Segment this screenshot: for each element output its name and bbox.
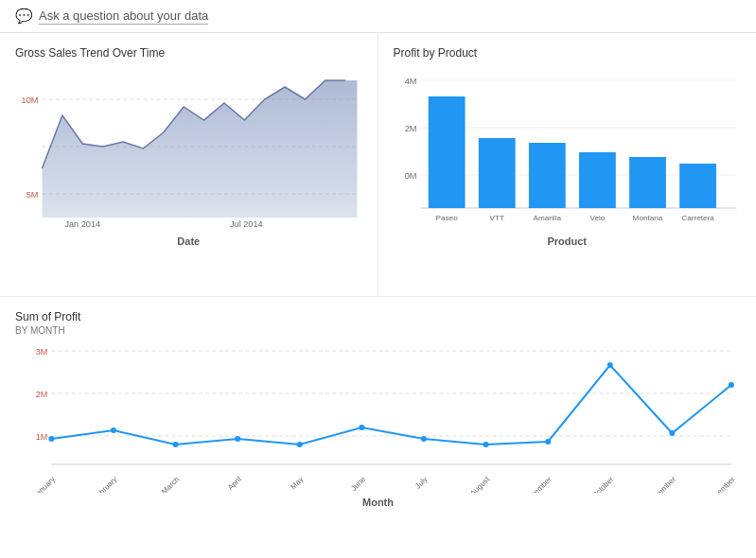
svg-point-37 xyxy=(235,436,240,442)
chat-icon: 💬 xyxy=(15,8,33,25)
gross-sales-x-label: Date xyxy=(15,235,362,247)
svg-point-41 xyxy=(483,442,489,447)
sum-profit-title: Sum of Profit xyxy=(15,310,741,323)
svg-text:March: March xyxy=(160,475,181,493)
top-bar[interactable]: 💬 Ask a question about your data xyxy=(0,0,756,33)
svg-text:November: November xyxy=(646,475,677,493)
sum-profit-chart: 3M 2M 1M January Februar xyxy=(15,341,741,493)
sum-profit-x-label: Month xyxy=(15,497,741,508)
svg-text:0M: 0M xyxy=(404,171,416,181)
svg-point-45 xyxy=(729,382,734,388)
sum-profit-panel: Sum of Profit BY MONTH 3M 2M 1M xyxy=(0,297,756,557)
svg-point-44 xyxy=(669,430,675,436)
svg-text:February: February xyxy=(91,475,118,493)
profit-product-title: Profit by Product xyxy=(394,46,742,60)
gross-sales-chart: 10M 5M Jan 2014 Jul 2014 xyxy=(15,61,362,232)
svg-rect-19 xyxy=(528,143,565,208)
svg-point-43 xyxy=(607,362,613,368)
ask-question-text[interactable]: Ask a question about your data xyxy=(39,9,208,25)
svg-rect-25 xyxy=(679,164,716,208)
svg-text:Montana: Montana xyxy=(632,214,662,222)
svg-text:2M: 2M xyxy=(404,124,416,133)
svg-text:3M: 3M xyxy=(36,347,48,357)
svg-marker-5 xyxy=(43,80,358,218)
svg-text:Paseo: Paseo xyxy=(435,214,458,222)
svg-text:Carretera: Carretera xyxy=(681,214,714,222)
profit-product-x-label: Product xyxy=(394,235,742,247)
svg-text:Jan 2014: Jan 2014 xyxy=(64,219,100,229)
svg-text:Velo: Velo xyxy=(589,214,605,222)
svg-text:4M: 4M xyxy=(404,77,416,86)
gross-sales-title: Gross Sales Trend Over Time xyxy=(15,46,362,60)
svg-rect-17 xyxy=(478,138,515,208)
svg-text:July: July xyxy=(413,475,430,490)
profit-product-chart: 4M 2M 0M Paseo VTT Amarilla Velo Montana xyxy=(394,61,742,232)
svg-text:January: January xyxy=(31,475,57,493)
svg-text:VTT: VTT xyxy=(489,214,503,222)
svg-point-35 xyxy=(111,427,116,433)
svg-text:June: June xyxy=(349,474,367,492)
gross-sales-panel: Gross Sales Trend Over Time 10M 5M xyxy=(0,33,378,297)
svg-point-38 xyxy=(297,442,303,447)
dashboard: Gross Sales Trend Over Time 10M 5M xyxy=(0,33,756,556)
svg-point-40 xyxy=(421,436,427,442)
svg-text:April: April xyxy=(226,475,243,492)
svg-rect-21 xyxy=(579,152,616,208)
svg-text:5M: 5M xyxy=(26,190,39,200)
sum-profit-subtitle: BY MONTH xyxy=(15,325,741,336)
svg-text:10M: 10M xyxy=(22,96,39,105)
svg-text:October: October xyxy=(590,475,616,493)
svg-point-39 xyxy=(359,425,364,430)
svg-point-42 xyxy=(545,439,551,445)
svg-point-34 xyxy=(48,436,54,442)
svg-text:December: December xyxy=(706,475,737,493)
svg-text:2M: 2M xyxy=(36,390,48,399)
svg-text:Jul 2014: Jul 2014 xyxy=(230,219,263,229)
profit-product-panel: Profit by Product 4M 2M 0M Paseo VTT xyxy=(378,33,757,297)
svg-text:May: May xyxy=(289,475,305,491)
svg-point-36 xyxy=(173,442,179,447)
svg-text:August: August xyxy=(468,474,492,492)
svg-text:Amarilla: Amarilla xyxy=(533,214,561,222)
svg-text:1M: 1M xyxy=(36,432,48,442)
svg-rect-23 xyxy=(629,157,666,208)
svg-text:September: September xyxy=(521,475,554,493)
svg-rect-15 xyxy=(428,96,465,208)
